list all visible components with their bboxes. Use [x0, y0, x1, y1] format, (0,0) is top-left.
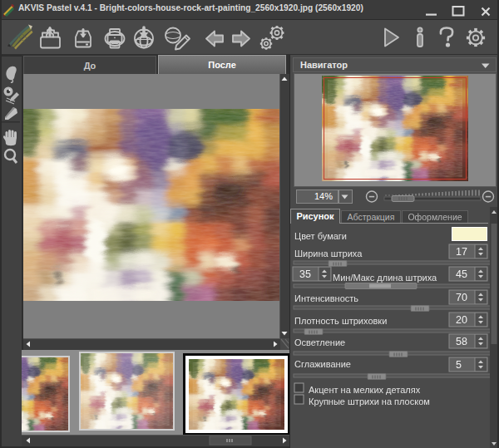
- svg-text:70: 70: [456, 292, 467, 303]
- svg-text:45: 45: [456, 268, 467, 280]
- svg-text:5: 5: [456, 359, 462, 371]
- svg-text:17: 17: [456, 246, 467, 258]
- svg-text:35: 35: [299, 268, 311, 280]
- svg-text:58: 58: [456, 336, 467, 347]
- svg-text:20: 20: [456, 314, 467, 326]
